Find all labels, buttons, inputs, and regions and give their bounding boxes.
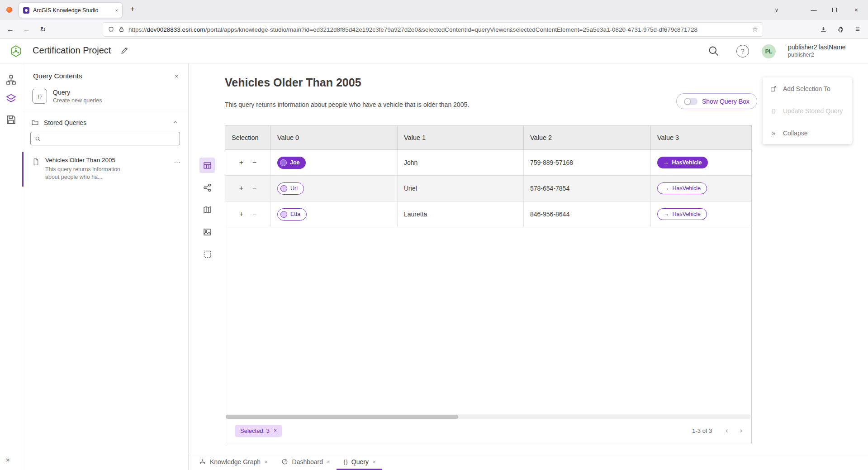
folder-icon [31,119,39,126]
item-options-icon[interactable]: … [174,157,181,181]
new-tab-button[interactable]: + [130,5,135,14]
browser-titlebar: ArcGIS Knowledge Studio × + ∨ — × [0,0,868,20]
chevron-up-icon[interactable] [172,120,178,125]
data-model-icon[interactable] [5,74,17,86]
stored-queries-search[interactable] [30,132,180,145]
braces-icon: { } [769,108,778,114]
add-to-selection-button[interactable]: + [239,159,243,166]
user-info: publisher2 lastName publisher2 [788,43,846,58]
user-avatar[interactable]: PL [762,44,776,58]
remove-from-selection-button[interactable]: − [252,185,256,192]
query-item-label: Query [53,89,102,96]
previous-page-icon[interactable]: ‹ [726,427,728,434]
entity-pill[interactable]: Joe [277,157,306,169]
entity-pill[interactable]: Uri [277,182,304,195]
entity-node-icon [280,159,287,166]
menu-item-add-selection-to[interactable]: Add Selection To [763,77,852,100]
view-toolbar [199,158,215,262]
show-query-box-toggle[interactable]: Show Query Box [676,93,757,109]
tab-dashboard[interactable]: Dashboard × [275,453,337,470]
help-icon[interactable]: ? [736,45,749,58]
document-icon [32,158,40,166]
menu-item-collapse[interactable]: » Collapse [763,122,852,144]
selection-box-icon[interactable] [199,246,215,262]
window-minimize-button[interactable]: — [806,0,821,20]
knowledge-graph-icon [199,458,206,465]
relationship-pill[interactable]: → HasVehicle [657,208,707,220]
extensions-icon[interactable] [833,20,848,39]
shield-icon [108,26,114,33]
query-title: Vehicles Older Than 2005 [225,76,361,89]
stored-queries-label: Stored Queries [44,119,167,126]
braces-icon: { } [343,459,347,465]
view-tabbar: Knowledge Graph × Dashboard × { } Query … [189,453,868,470]
search-icon[interactable] [707,45,720,57]
entity-node-icon [280,211,287,218]
user-name: publisher2 lastName [788,43,846,52]
menu-item-update-stored-query[interactable]: { } Update Stored Query [763,100,852,122]
relationship-pill[interactable]: → HasVehicle [657,182,707,194]
selected-chip-label: Selected: 3 [240,427,270,434]
picture-view-icon[interactable] [199,224,215,240]
forward-button[interactable]: → [20,20,33,39]
next-page-icon[interactable]: › [740,427,742,434]
toggle-knob [684,98,691,105]
expand-panel-icon[interactable]: » [6,456,9,463]
results-table: Selection Value 0 Value 1 Value 2 Value … [225,125,752,443]
panel-title: Query Contents [33,72,82,80]
panel-close-icon[interactable]: × [175,73,178,80]
selected-chip[interactable]: Selected: 3 × [235,425,282,437]
stored-queries-header[interactable]: Stored Queries [22,112,188,131]
relationship-arrow-icon: → [663,159,669,166]
url-bar[interactable]: https://dev0028833.esri.com/portal/apps/… [103,23,763,36]
tab-query[interactable]: { } Query × [337,453,382,470]
add-to-selection-button[interactable]: + [239,185,243,192]
tab-knowledge-graph[interactable]: Knowledge Graph × [192,453,275,470]
query-item-sublabel: Create new queries [53,97,102,104]
entity-node-icon [280,185,287,192]
remove-from-selection-button[interactable]: − [252,211,256,218]
edit-title-icon[interactable] [120,46,129,55]
browser-tab[interactable]: ArcGIS Knowledge Studio × [19,3,122,18]
list-tabs-icon[interactable]: ∨ [769,0,784,20]
cell-value: John [398,150,524,175]
relationship-pill[interactable]: → HasVehicle [657,157,708,168]
link-chart-view-icon[interactable] [199,180,215,195]
firefox-icon[interactable] [6,7,12,13]
reload-button[interactable]: ↻ [36,20,50,39]
entity-pill[interactable]: Etta [277,208,307,221]
remove-from-selection-button[interactable]: − [252,159,256,166]
url-text: https://dev0028833.esri.com/portal/apps/… [128,26,748,33]
lock-icon [119,26,124,33]
new-query-item[interactable]: { } Query Create new queries [22,86,188,112]
tab-close-icon[interactable]: × [373,459,375,465]
search-input[interactable] [44,135,175,142]
clear-selection-icon[interactable]: × [274,427,277,434]
column-header: Value 0 [271,126,398,149]
map-view-icon[interactable] [199,202,215,217]
tab-close-icon[interactable]: × [327,459,330,465]
save-icon[interactable] [5,114,17,125]
relationship-arrow-icon: → [664,185,669,192]
bookmark-star-icon[interactable]: ☆ [752,25,758,34]
menu-icon[interactable]: ≡ [850,20,865,39]
table-row: + − Joe John 759-889-57168 → HasVehicle [225,150,751,176]
stored-query-item[interactable]: Vehicles Older Than 2005 This query retu… [22,152,188,187]
options-dropdown-menu: Add Selection To { } Update Stored Query… [763,77,852,144]
layers-icon[interactable] [5,93,17,104]
add-to-selection-button[interactable]: + [239,211,243,218]
tab-close-icon[interactable]: × [265,459,267,465]
window-close-button[interactable]: × [849,0,864,20]
tab-close-icon[interactable]: × [115,8,118,13]
search-small-icon [35,136,41,142]
column-header: Value 2 [524,126,651,149]
query-contents-panel: Query Contents × { } Query Create new qu… [22,63,189,470]
table-view-icon[interactable] [199,158,215,173]
downloads-icon[interactable] [816,20,830,39]
back-button[interactable]: ← [4,20,17,39]
app-header: Certification Project ? PL publisher2 la… [0,39,868,63]
cell-value: Uriel [398,176,524,201]
browser-tab-title: ArcGIS Knowledge Studio [33,7,112,14]
window-maximize-button[interactable] [827,0,842,20]
toggle-switch[interactable] [684,98,697,105]
